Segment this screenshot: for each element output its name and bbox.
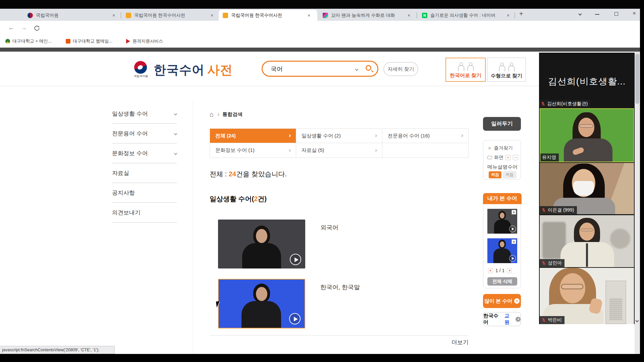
remove-thumbnail-button[interactable]: ✕ — [512, 210, 516, 215]
viewed-thumbnail-2[interactable]: ✕ — [487, 238, 517, 263]
sidebar-item-feedback[interactable]: 의견보내기 — [112, 203, 177, 223]
back-button[interactable]: ← — [8, 24, 14, 32]
arrow-circle-icon — [516, 317, 521, 322]
window-close-button[interactable]: × — [633, 10, 636, 17]
bookmark-label: 원격지원서비스 — [132, 38, 163, 44]
browser-tab-5[interactable]: N 슬기로운 의사생활 수어 : 네이버 × — [418, 10, 514, 21]
tab-label: 전문용어 수어 (16) — [388, 133, 430, 139]
letterbox-right — [640, 0, 644, 362]
forward-button[interactable]: → — [21, 24, 27, 32]
browser-toolbar: ← → sldict.korean.go.kr/front/search/sea… — [0, 21, 644, 36]
zoom-out-button[interactable]: − — [513, 155, 518, 160]
menu-label: 의견보내기 — [112, 209, 141, 217]
sidebar-item-notice[interactable]: 공지사항 — [112, 183, 177, 203]
tab-close-icon[interactable]: × — [112, 13, 115, 18]
tab-close-icon[interactable]: × — [408, 13, 410, 18]
window-minimize-button[interactable] — [595, 14, 599, 15]
search-box — [262, 61, 378, 77]
participant-video-leeeungyeol[interactable]: 이은결 (999) — [540, 163, 634, 214]
window-maximize-button[interactable] — [614, 12, 618, 16]
search-by-korean-button[interactable]: 한국어로 찾기 — [445, 58, 486, 82]
guide-button[interactable]: 일러두기 — [483, 117, 521, 131]
tab-close-icon[interactable]: × — [308, 13, 310, 18]
tab-bar: 국립국어원 × 국립국어원 한국수어사전 × 국립국어원 한국수어사전 × 꼬마… — [0, 9, 644, 21]
popular-signs-button[interactable]: 많이 본 수어 — [483, 294, 521, 308]
search-input[interactable] — [270, 64, 347, 74]
result-title-1[interactable]: 외국어 — [320, 224, 338, 232]
chevron-right-icon — [517, 318, 519, 320]
page-next-button[interactable] — [507, 268, 512, 273]
search-by-handshape-button[interactable]: 수형으로 찾기 — [487, 58, 526, 82]
result-tab-daily[interactable]: 일상생활 수어 (2) — [296, 129, 382, 143]
sidebar-item-culture-sign[interactable]: 문화정보 수어 — [112, 143, 177, 163]
viewed-thumbnail-1[interactable]: ✕ — [487, 209, 517, 234]
home-icon[interactable]: ⌂ — [210, 111, 214, 118]
participant-name: 김선희(비호생활관) — [547, 101, 588, 107]
participant-video-seongmina[interactable]: 성민아 — [540, 215, 634, 267]
button-label: 많이 본 수어 — [484, 298, 512, 304]
result-tab-all[interactable]: 전체 (24) — [210, 129, 296, 143]
bookmark-item-3[interactable]: 원격지원서비스 — [126, 38, 163, 44]
glasses — [581, 229, 593, 231]
favorites-option[interactable]: ★ 즐겨찾기 — [487, 145, 513, 151]
sidebar-item-daily-sign[interactable]: 일상생활 수어 — [112, 104, 177, 124]
person-body — [494, 220, 511, 234]
menu-label: 공지사항 — [112, 189, 135, 197]
tab-search-chevron-icon[interactable] — [579, 12, 582, 16]
sidebar-item-archive[interactable]: 자료실 — [112, 163, 177, 183]
result-tab-culture[interactable]: 문화정보 수어 (1) — [210, 143, 296, 158]
search-dropdown-caret-icon[interactable] — [355, 68, 359, 71]
clear-all-button[interactable]: 전체 삭제 — [487, 277, 517, 286]
bookmark-item-2[interactable]: 대구대학교 웹메일... — [66, 38, 112, 44]
search-magnifier-icon[interactable] — [366, 65, 371, 71]
person-face — [500, 213, 504, 219]
site-title-accent: 사전 — [207, 62, 233, 78]
result-video-thumbnail-2[interactable] — [218, 279, 305, 328]
summary-count: 24 — [229, 170, 236, 178]
result-tab-archive[interactable]: 자료실 (5) — [296, 143, 382, 158]
result-tab-terminology[interactable]: 전문용어 수어 (16) — [382, 129, 468, 143]
person-face — [256, 229, 267, 243]
chevron-right-icon — [288, 149, 291, 152]
zoom-in-button[interactable]: + — [505, 155, 511, 160]
participant-video-yujiyoung[interactable]: 유지영 — [540, 108, 634, 162]
tab-close-icon[interactable]: × — [507, 13, 509, 18]
new-tab-button[interactable]: + — [519, 10, 523, 18]
play-button[interactable] — [509, 255, 516, 262]
result-tab-empty — [382, 143, 468, 158]
site-title[interactable]: 한국수어 사전 — [154, 62, 233, 78]
chevron-left-icon — [490, 269, 492, 272]
tab-close-icon[interactable]: × — [211, 13, 213, 18]
screen-label: 화면 — [494, 155, 503, 161]
bookmark-label: 대구대학교 웹메일... — [73, 38, 112, 44]
button-label: 수형으로 찾기 — [491, 73, 522, 79]
detail-search-button[interactable]: 자세히 찾기 — [383, 62, 418, 76]
sidebar-item-terminology-sign[interactable]: 전문용어 수어 — [112, 124, 177, 143]
scrollbar-thumb[interactable] — [635, 54, 639, 104]
play-button[interactable] — [509, 226, 516, 232]
browser-tab-2[interactable]: 국립국어원 한국수어사전 × — [122, 10, 218, 21]
participant-video-parkeunbi[interactable]: 박은비 — [540, 268, 634, 324]
play-button[interactable] — [289, 313, 301, 324]
more-button[interactable]: 더보기 — [451, 339, 469, 346]
reload-button[interactable] — [34, 25, 40, 32]
remove-thumbnail-button[interactable]: ✕ — [512, 239, 516, 244]
sign-teacher-badge[interactable]: 한국수어교원 — [483, 312, 521, 326]
tab-separator — [121, 12, 121, 18]
mic-muted-icon — [541, 208, 546, 213]
screen: 국립국어원 × 국립국어원 한국수어사전 × 국립국어원 한국수어사전 × 꼬마… — [0, 0, 644, 362]
browser-tab-3-active[interactable]: 국립국어원 한국수어사전 × — [219, 10, 317, 21]
favorites-label: 즐겨찾기 — [494, 145, 513, 151]
toggle-off-button[interactable]: 꺼짐 — [503, 171, 516, 178]
page-prev-button[interactable] — [488, 268, 493, 273]
toggle-on-button[interactable]: 켜짐 — [489, 171, 501, 178]
bookmark-item-1[interactable]: 대구대학교 + 메인... — [5, 38, 52, 44]
browser-tab-1[interactable]: 국립국어원 × — [23, 10, 119, 21]
arrow-circle-icon — [514, 298, 520, 304]
chevron-right-icon — [374, 149, 377, 152]
result-video-thumbnail-1[interactable] — [218, 220, 305, 268]
result-title-2[interactable]: 한국어, 한국말 — [320, 283, 360, 291]
door-vent — [609, 298, 622, 320]
play-button[interactable] — [290, 254, 301, 265]
browser-tab-4[interactable]: 꼬마 팬과 능숙하게 수화로 대화 × — [319, 10, 416, 21]
